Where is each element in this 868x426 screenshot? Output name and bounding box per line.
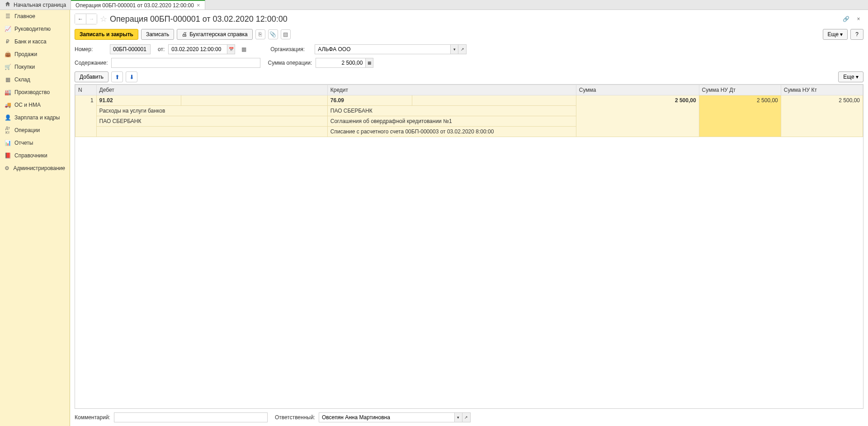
- tab-label: Операция 00БП-000001 от 03.02.2020 12:00…: [75, 2, 194, 9]
- col-sum[interactable]: Сумма: [576, 85, 699, 95]
- col-sum-nu-kt[interactable]: Сумма НУ Кт: [781, 85, 863, 95]
- attach-icon[interactable]: 📎: [268, 29, 278, 39]
- dropdown-icon[interactable]: ▾: [450, 44, 458, 54]
- col-n[interactable]: N: [75, 85, 97, 95]
- help-button[interactable]: ?: [850, 29, 863, 40]
- close-icon[interactable]: ×: [197, 2, 200, 9]
- acc-ref-label: Бухгалтерская справка: [189, 31, 248, 38]
- tab-operation[interactable]: Операция 00БП-000001 от 03.02.2020 12:00…: [71, 0, 205, 9]
- number-field[interactable]: [110, 44, 151, 54]
- tab-home[interactable]: Начальная страница: [0, 0, 71, 9]
- sidebar-label: Склад: [14, 76, 30, 83]
- sidebar-item-reports[interactable]: 📊Отчеты: [0, 137, 70, 149]
- sidebar-item-operations[interactable]: ДтКтОперации: [0, 124, 70, 137]
- sidebar-item-hr[interactable]: 👤Зарплата и кадры: [0, 111, 70, 124]
- col-credit[interactable]: Кредит: [327, 85, 576, 95]
- ruble-icon: ₽: [5, 38, 11, 45]
- table-row[interactable]: 1 91.02 76.09 2 500,00 2 500,00 2 500,00: [75, 95, 863, 106]
- sum-field[interactable]: [316, 58, 365, 68]
- org-field[interactable]: [315, 44, 450, 54]
- from-label: от:: [158, 46, 165, 52]
- responsible-field[interactable]: [319, 412, 454, 422]
- cell-debit-sub2[interactable]: ПАО СБЕРБАНК: [96, 116, 327, 127]
- sidebar-item-purchases[interactable]: 🛒Покупки: [0, 61, 70, 73]
- sidebar-label: Администрирование: [14, 165, 65, 171]
- acc-reference-button[interactable]: 🖨 Бухгалтерская справка: [177, 29, 253, 40]
- move-up-icon[interactable]: ⬆: [111, 71, 123, 82]
- cell-debit-sub3[interactable]: [96, 127, 327, 137]
- more-label: Еще: [828, 31, 839, 38]
- add-row-button[interactable]: Добавить: [75, 71, 108, 82]
- sidebar-label: Справочники: [14, 152, 47, 159]
- close-panel-icon[interactable]: ×: [854, 14, 863, 24]
- calc-icon[interactable]: ▦: [365, 58, 373, 68]
- sidebar-item-sales[interactable]: 👜Продажи: [0, 48, 70, 61]
- entries-grid[interactable]: N Дебет Кредит Сумма Сумма НУ Дт Сумма Н…: [75, 84, 863, 409]
- sidebar-item-admin[interactable]: ⚙Администрирование: [0, 162, 70, 175]
- sidebar: ☰Главное 📈Руководителю ₽Банк и касса 👜Пр…: [0, 10, 70, 426]
- cell-credit-sub1[interactable]: ПАО СБЕРБАНК: [327, 106, 576, 116]
- link-icon[interactable]: 🔗: [841, 14, 851, 24]
- cell-sum-nu-dt[interactable]: 2 500,00: [699, 95, 781, 137]
- sidebar-item-refs[interactable]: 📕Справочники: [0, 149, 70, 162]
- bars-icon: 📊: [5, 140, 11, 146]
- menu-icon: ☰: [5, 13, 11, 19]
- comment-label: Комментарий:: [75, 414, 110, 421]
- bag-icon: 👜: [5, 51, 11, 57]
- cell-credit-ext[interactable]: [412, 95, 576, 106]
- sidebar-label: Производство: [14, 89, 50, 95]
- sidebar-item-main[interactable]: ☰Главное: [0, 10, 70, 23]
- sidebar-item-assets[interactable]: 🚚ОС и НМА: [0, 99, 70, 111]
- book-icon: 📕: [5, 152, 11, 159]
- dtkt-icon: ДтКт: [5, 127, 11, 133]
- cell-credit-acc[interactable]: 76.09: [327, 95, 412, 106]
- content-field[interactable]: [111, 58, 260, 68]
- cell-credit-sub2[interactable]: Соглашения об овердрафной кредитовании №…: [327, 116, 576, 127]
- register-icon[interactable]: ⎘: [255, 29, 265, 39]
- date-extra-icon[interactable]: ▦: [239, 44, 249, 54]
- responsible-label: Ответственный:: [275, 414, 315, 421]
- cell-n: 1: [75, 95, 97, 137]
- sidebar-label: Банк и касса: [14, 38, 47, 45]
- dropdown-icon[interactable]: ▾: [454, 412, 462, 422]
- open-icon[interactable]: ↗: [458, 44, 467, 54]
- cell-debit-sub1[interactable]: Расходы на услуги банков: [96, 106, 327, 116]
- grid-icon: ▦: [5, 76, 11, 83]
- col-debit[interactable]: Дебет: [96, 85, 327, 95]
- sidebar-item-production[interactable]: 🏭Производство: [0, 86, 70, 99]
- print-icon: 🖨: [182, 31, 187, 38]
- list-icon[interactable]: ▤: [281, 29, 291, 39]
- favorite-icon[interactable]: ☆: [100, 14, 107, 24]
- gear-icon: ⚙: [5, 165, 10, 171]
- cell-sum-nu-kt[interactable]: 2 500,00: [781, 95, 863, 137]
- sidebar-label: Операции: [14, 127, 40, 133]
- date-field[interactable]: [168, 44, 227, 54]
- cell-debit-acc[interactable]: 91.02: [96, 95, 181, 106]
- sidebar-label: Отчеты: [14, 140, 33, 146]
- sidebar-item-bank[interactable]: ₽Банк и касса: [0, 35, 70, 48]
- cell-debit-ext[interactable]: [181, 95, 328, 106]
- cell-sum[interactable]: 2 500,00: [576, 95, 699, 137]
- move-down-icon[interactable]: ⬇: [126, 71, 137, 82]
- nav-back-button[interactable]: ←: [75, 14, 86, 24]
- cell-credit-sub3[interactable]: Списание с расчетного счета 00БП-000003 …: [327, 127, 576, 137]
- sidebar-item-manager[interactable]: 📈Руководителю: [0, 23, 70, 35]
- chart-icon: 📈: [5, 26, 11, 32]
- sidebar-label: Продажи: [14, 51, 37, 57]
- save-button[interactable]: Записать: [141, 29, 174, 40]
- more-button[interactable]: Еще ▾: [823, 29, 848, 40]
- save-close-button[interactable]: Записать и закрыть: [75, 29, 138, 40]
- comment-field[interactable]: [114, 412, 268, 422]
- open-icon[interactable]: ↗: [462, 412, 471, 422]
- nav-forward-button[interactable]: →: [86, 14, 97, 24]
- calendar-icon[interactable]: 📅: [227, 44, 235, 54]
- sidebar-item-warehouse[interactable]: ▦Склад: [0, 73, 70, 86]
- col-sum-nu-dt[interactable]: Сумма НУ Дт: [699, 85, 781, 95]
- truck-icon: 🚚: [5, 102, 11, 108]
- table-more-label: Еще: [843, 74, 854, 80]
- table-more-button[interactable]: Еще ▾: [838, 71, 863, 82]
- content-label: Содержание:: [75, 60, 108, 66]
- sidebar-label: Зарплата и кадры: [14, 114, 60, 121]
- page-title: Операция 00БП-000001 от 03.02.2020 12:00…: [110, 14, 288, 24]
- sidebar-label: Главное: [14, 13, 35, 19]
